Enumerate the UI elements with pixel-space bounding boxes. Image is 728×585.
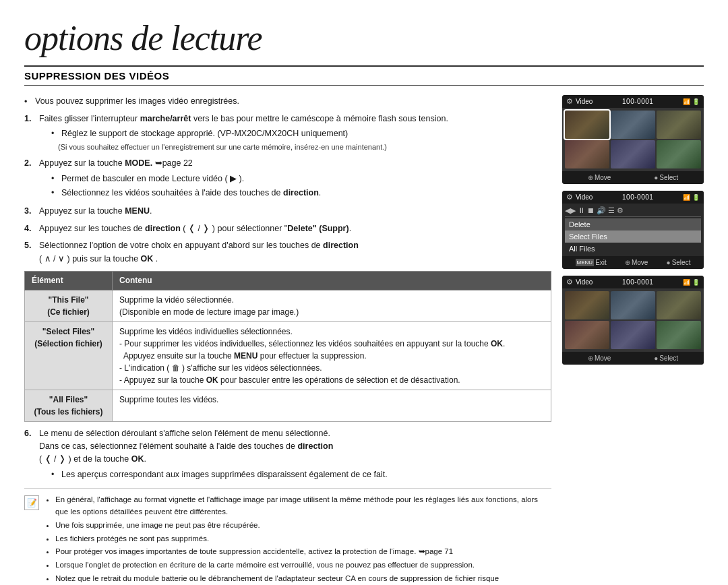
cam-thumb-5 bbox=[611, 140, 655, 168]
step-4-text: Appuyez sur les touches de direction ( ❬… bbox=[39, 222, 351, 235]
table-cell-content-3: Supprime toutes les vidéos. bbox=[113, 390, 551, 421]
cam-1-footer-select: ● Select bbox=[654, 174, 678, 181]
cam-3-footer-select: ● Select bbox=[654, 355, 678, 362]
cam-2-signal: 📶 bbox=[683, 194, 690, 201]
move-icon: ⊕ bbox=[588, 174, 593, 181]
cam-3-thumbnails bbox=[562, 288, 704, 352]
step-5-text: Sélectionnez l'option de votre choix en … bbox=[39, 239, 359, 266]
step-2-sub-1: • Permet de basculer en mode Lecture vid… bbox=[51, 173, 321, 185]
cam-2-battery: 🔋 bbox=[692, 194, 700, 201]
intro-text: Vous pouvez supprimer les images vidéo e… bbox=[35, 95, 239, 109]
cam-3-icon: ⚙ bbox=[566, 278, 573, 286]
note-item: Les fichiers protégés ne sont pas suppri… bbox=[55, 533, 551, 545]
move-icon-2: ⊕ bbox=[625, 259, 630, 266]
cam-2-select-label: Select bbox=[672, 259, 691, 266]
step-6: 6. Le menu de sélection déroulant s'affi… bbox=[24, 427, 551, 483]
page-title: options de lecture bbox=[24, 19, 704, 57]
menu-icon-4: 🔊 bbox=[597, 206, 606, 215]
step-1-sub-1-text: Réglez le support de stockage approprié.… bbox=[61, 127, 348, 140]
cam-3-footer-move: ⊕ Move bbox=[588, 355, 611, 362]
camera-screen-3: ⚙ Video 100-0001 📶 🔋 bbox=[562, 276, 704, 365]
step-5: 5. Sélectionnez l'option de votre choix … bbox=[24, 239, 551, 266]
note-item: En général, l'affichage au format vignet… bbox=[55, 494, 551, 518]
cam-thumb-2 bbox=[611, 111, 655, 139]
main-content: • Vous pouvez supprimer les images vidéo… bbox=[24, 95, 704, 585]
cam-2-menu-select-files[interactable]: Select Files bbox=[565, 230, 701, 243]
table-header-element: Élément bbox=[25, 271, 113, 290]
cam-3-code: 100-0001 bbox=[622, 278, 653, 286]
text-column: • Vous pouvez supprimer les images vidéo… bbox=[24, 95, 551, 585]
step-2-num: 2. bbox=[24, 157, 35, 201]
cam-2-menu-icons: ◀▶ ⏸ ⏹ 🔊 ☰ ⚙ bbox=[565, 205, 701, 217]
section-header: SUPPRESSION DES VIDÉOS bbox=[24, 65, 704, 86]
cam-thumb-4 bbox=[565, 140, 609, 168]
table-cell-element-3: "All Files"(Tous les fichiers) bbox=[25, 390, 113, 421]
cam-2-header-left: ⚙ Video bbox=[566, 193, 593, 202]
table-row: "Select Files"(Sélection fichier) Suppri… bbox=[25, 321, 551, 390]
step-6-text: Le menu de sélection déroulant s'affiche… bbox=[39, 429, 333, 464]
step-2-sub-2-text: Sélectionnez les vidéos souhaitées à l'a… bbox=[61, 187, 321, 199]
cam-3-thumb-4 bbox=[565, 321, 609, 349]
cam-1-thumbnails bbox=[562, 108, 704, 171]
move-icon-3: ⊕ bbox=[588, 355, 593, 362]
cam-3-battery: 🔋 bbox=[692, 279, 700, 286]
table-cell-element-2: "Select Files"(Sélection fichier) bbox=[25, 321, 113, 390]
step-1-text: Faites glisser l'interrupteur marche/arr… bbox=[39, 114, 448, 123]
step-6-subs: • Les aperçus correspondant aux images s… bbox=[39, 468, 388, 481]
cam-2-menu-delete[interactable]: Delete bbox=[565, 218, 701, 230]
section-title: SUPPRESSION DES VIDÉOS bbox=[24, 70, 169, 82]
cam-3-move-label: Move bbox=[595, 355, 611, 362]
cam-2-title: Video bbox=[576, 193, 593, 201]
cam-3-status: 📶 🔋 bbox=[683, 279, 700, 286]
table-header-content: Contenu bbox=[113, 271, 551, 290]
cam-thumb-3 bbox=[657, 111, 701, 139]
step-4: 4. Appuyez sur les touches de direction … bbox=[24, 222, 551, 235]
step-2-sub-1-text: Permet de basculer en mode Lecture vidéo… bbox=[61, 173, 244, 185]
cam-1-status: 📶 🔋 bbox=[683, 98, 700, 105]
cam-2-footer-select: ● Select bbox=[667, 259, 691, 266]
menu-icon-6: ⚙ bbox=[617, 206, 624, 215]
cam-3-thumb-1 bbox=[565, 291, 609, 319]
cam-2-move-label: Move bbox=[632, 259, 648, 266]
cam-1-select-label: Select bbox=[659, 174, 678, 181]
menu-icon-5: ☰ bbox=[608, 206, 615, 215]
note-item: Lorsque l'onglet de protection en écritu… bbox=[55, 559, 551, 572]
note-content: En général, l'affichage au format vignet… bbox=[44, 494, 551, 585]
step-3-num: 3. bbox=[24, 205, 35, 218]
cam-2-header: ⚙ Video 100-0001 📶 🔋 bbox=[562, 191, 704, 204]
cam-2-exit-label: Exit bbox=[595, 259, 607, 266]
table-cell-content-1: Supprime la vidéo sélectionnée.(Disponib… bbox=[113, 290, 551, 321]
camera-screen-2: ⚙ Video 100-0001 📶 🔋 ◀▶ ⏸ ⏹ 🔊 bbox=[562, 191, 704, 269]
cam-3-thumb-6 bbox=[657, 321, 701, 349]
step-1-sub-1: • Réglez le support de stockage appropri… bbox=[51, 127, 448, 140]
cam-3-select-label: Select bbox=[659, 355, 678, 362]
step-6-num: 6. bbox=[24, 427, 35, 483]
cam-1-move-label: Move bbox=[595, 174, 611, 181]
step-1-content: Faites glisser l'interrupteur marche/arr… bbox=[39, 113, 448, 154]
cam-1-battery: 🔋 bbox=[692, 98, 700, 105]
cam-1-header-left: ⚙ Video bbox=[566, 97, 593, 106]
table-cell-content-2: Supprime les vidéos individuelles sélect… bbox=[113, 321, 551, 390]
step-4-num: 4. bbox=[24, 222, 35, 235]
step-6-sub-1-text: Les aperçus correspondant aux images sup… bbox=[61, 468, 388, 481]
cam-2-menu-all-files[interactable]: All Files bbox=[565, 243, 701, 255]
cam-2-footer-exit: MENU Exit bbox=[576, 259, 607, 266]
cam-3-header-left: ⚙ Video bbox=[566, 278, 593, 286]
cam-3-title: Video bbox=[576, 278, 593, 286]
page-container: options de lecture SUPPRESSION DES VIDÉO… bbox=[0, 0, 728, 585]
step-3: 3. Appuyez sur la touche MENU. bbox=[24, 205, 551, 218]
step-2-text: Appuyez sur la touche MODE. ➥page 22 bbox=[39, 158, 193, 168]
cam-1-code: 100-0001 bbox=[622, 98, 653, 105]
step-1: 1. Faites glisser l'interrupteur marche/… bbox=[24, 113, 551, 154]
cam-3-thumb-5 bbox=[611, 321, 655, 349]
intro-bullet: • Vous pouvez supprimer les images vidéo… bbox=[24, 95, 551, 109]
step-6-sub-1: • Les aperçus correspondant aux images s… bbox=[51, 468, 388, 481]
note-list: En général, l'affichage au format vignet… bbox=[44, 494, 551, 585]
step-3-text: Appuyez sur la touche MENU. bbox=[39, 205, 152, 218]
cam-thumb-1 bbox=[565, 111, 609, 139]
step-1-subs: • Réglez le support de stockage appropri… bbox=[39, 127, 448, 153]
cam-2-menu: ◀▶ ⏸ ⏹ 🔊 ☰ ⚙ Delete Select Files All Fil… bbox=[562, 204, 704, 256]
step-2: 2. Appuyez sur la touche MODE. ➥page 22 … bbox=[24, 157, 551, 201]
cam-1-footer: ⊕ Move ● Select bbox=[562, 171, 704, 184]
table-row: "This File"(Ce fichier) Supprime la vidé… bbox=[25, 290, 551, 321]
